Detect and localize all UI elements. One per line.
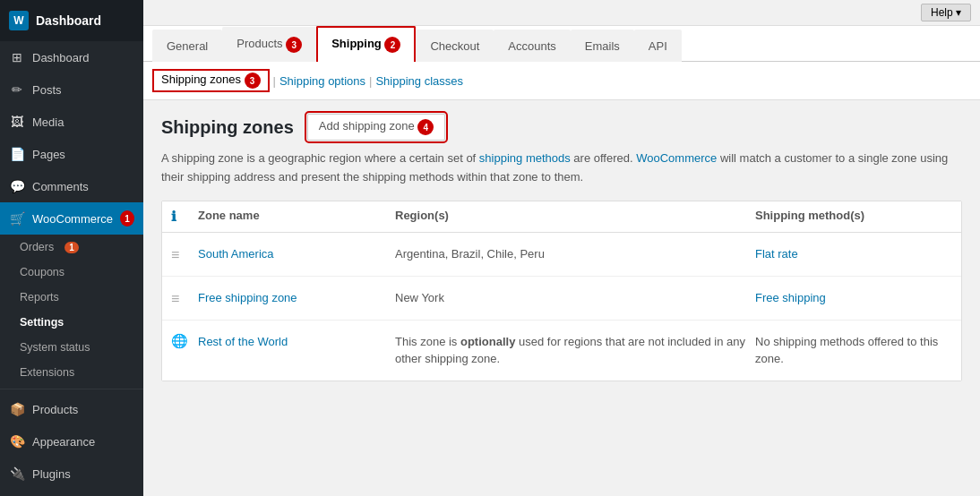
sidebar-item-label: Dashboard: [32, 51, 90, 64]
sidebar: W Dashboard ⊞ Dashboard ✏ Posts 🖼 Media …: [0, 0, 143, 496]
zone-methods-rest-of-world: No shipping methods offered to this zone…: [755, 333, 952, 368]
help-label: Help ▾: [931, 6, 961, 19]
page-description: A shipping zone is a geographic region w…: [161, 150, 950, 187]
sidebar-sub-orders[interactable]: Orders 1: [0, 235, 143, 260]
tab-products-badge: 3: [286, 37, 302, 53]
table-header-row: ℹ Zone name Region(s) Shipping method(s): [162, 201, 961, 233]
plugins-icon: 🔌: [9, 466, 25, 482]
step-badge-1: 1: [120, 210, 134, 227]
sidebar-sub-coupons[interactable]: Coupons: [0, 260, 143, 285]
zone-regions-south-america: Argentina, Brazil, Chile, Peru: [395, 245, 755, 261]
sidebar-logo[interactable]: W Dashboard: [0, 0, 143, 41]
add-btn-badge: 4: [417, 119, 434, 135]
sidebar-sub-extensions[interactable]: Extensions: [0, 360, 143, 385]
sidebar-sub-reports[interactable]: Reports: [0, 285, 143, 310]
tab-shipping[interactable]: Shipping 2: [316, 26, 416, 62]
tab-shipping-badge: 2: [384, 37, 400, 53]
page-heading-row: Shipping zones Add shipping zone 4: [161, 114, 962, 141]
sub-nav-shipping-classes[interactable]: Shipping classes: [375, 73, 463, 90]
zone-methods-free-shipping: Free shipping: [755, 289, 952, 304]
pages-icon: 📄: [9, 146, 25, 162]
tab-products[interactable]: Products 3: [222, 27, 316, 62]
settings-label: Settings: [20, 316, 64, 329]
system-status-label: System status: [20, 341, 90, 354]
zones-table: ℹ Zone name Region(s) Shipping method(s)…: [161, 201, 962, 381]
sub-nav-sep1: |: [273, 74, 276, 88]
zone-regions-rest-of-world: This zone is optionally used for regions…: [395, 333, 755, 368]
table-row-rest-of-world: 🌐 Rest of the World This zone is optiona…: [162, 321, 961, 381]
header-drag: ℹ: [171, 209, 198, 225]
woo-logo-icon: W: [9, 11, 29, 30]
sub-nav: Shipping zones 3 | Shipping options | Sh…: [143, 62, 980, 100]
sidebar-item-label: Media: [32, 115, 64, 129]
products-icon: 📦: [9, 401, 25, 417]
sub-nav-sep2: |: [369, 74, 372, 88]
sidebar-sub-settings[interactable]: Settings: [0, 310, 143, 335]
drag-icon: ≡: [171, 247, 179, 262]
sidebar-item-label: WooCommerce: [32, 212, 113, 226]
content-area: Shipping zones Add shipping zone 4 A shi…: [143, 100, 980, 395]
sidebar-item-appearance[interactable]: 🎨 Appearance: [0, 425, 143, 458]
tab-general[interactable]: General: [152, 30, 222, 62]
sidebar-logo-text: Dashboard: [36, 13, 101, 28]
sidebar-item-dashboard[interactable]: ⊞ Dashboard: [0, 41, 143, 73]
sidebar-item-label: Products: [32, 403, 78, 416]
sidebar-item-products[interactable]: 📦 Products: [0, 393, 143, 425]
extensions-label: Extensions: [20, 366, 74, 379]
sub-nav-badge: 3: [245, 73, 261, 89]
tabs-wrapper: General Products 3 Shipping 2 Checkout A…: [143, 26, 980, 62]
optionally-text: optionally: [460, 335, 515, 348]
header-methods: Shipping method(s): [755, 209, 952, 225]
info-icon: ℹ: [171, 209, 176, 224]
sidebar-item-users[interactable]: 👤 Users: [0, 490, 143, 496]
add-shipping-zone-button[interactable]: Add shipping zone 4: [307, 114, 446, 141]
sidebar-sub-system-status[interactable]: System status: [0, 335, 143, 360]
posts-icon: ✏: [9, 81, 25, 98]
sidebar-item-label: Posts: [32, 83, 62, 97]
tab-accounts[interactable]: Accounts: [494, 30, 570, 62]
tab-api[interactable]: API: [634, 30, 682, 62]
sidebar-item-media[interactable]: 🖼 Media: [0, 106, 143, 138]
orders-badge: 1: [64, 242, 79, 253]
zone-name-free-shipping[interactable]: Free shipping zone: [198, 289, 395, 304]
sidebar-item-posts[interactable]: ✏ Posts: [0, 73, 143, 106]
tab-checkout[interactable]: Checkout: [416, 30, 494, 62]
zone-name-rest-of-world[interactable]: Rest of the World: [198, 333, 395, 348]
header-regions: Region(s): [395, 209, 755, 225]
table-row-free-shipping: ≡ Free shipping zone New York Free shipp…: [162, 277, 961, 321]
sidebar-item-plugins[interactable]: 🔌 Plugins: [0, 458, 143, 490]
help-button[interactable]: Help ▾: [921, 4, 971, 21]
main-content: Help ▾ General Products 3 Shipping 2 Che…: [143, 0, 980, 496]
sidebar-item-comments[interactable]: 💬 Comments: [0, 170, 143, 202]
dashboard-icon: ⊞: [9, 49, 25, 65]
appearance-icon: 🎨: [9, 433, 25, 449]
table-row-south-america: ≡ South America Argentina, Brazil, Chile…: [162, 233, 961, 277]
shipping-methods-link[interactable]: shipping methods: [479, 151, 571, 165]
sidebar-item-label: Plugins: [32, 467, 71, 481]
sub-nav-shipping-options[interactable]: Shipping options: [279, 73, 365, 90]
zone-regions-free-shipping: New York: [395, 289, 755, 304]
sidebar-divider: [0, 389, 143, 389]
woocommerce-link[interactable]: WooCommerce: [636, 151, 717, 165]
coupons-label: Coupons: [20, 266, 64, 278]
header-zone-name: Zone name: [198, 209, 395, 225]
media-icon: 🖼: [9, 114, 25, 130]
sidebar-item-label: Appearance: [32, 435, 95, 449]
sidebar-item-woocommerce[interactable]: 🛒 WooCommerce 1: [0, 202, 143, 235]
woocommerce-icon: 🛒: [9, 210, 25, 227]
drag-handle-free-shipping[interactable]: ≡: [171, 289, 198, 307]
sidebar-item-label: Comments: [32, 180, 89, 193]
zone-methods-south-america: Flat rate: [755, 245, 952, 261]
drag-handle-south-america[interactable]: ≡: [171, 245, 198, 263]
globe-icon: 🌐: [171, 333, 198, 349]
sidebar-item-label: Pages: [32, 148, 65, 161]
tab-emails[interactable]: Emails: [571, 30, 634, 62]
comments-icon: 💬: [9, 178, 25, 194]
sub-nav-shipping-zones[interactable]: Shipping zones 3: [152, 69, 270, 92]
drag-icon: ≡: [171, 291, 179, 306]
help-bar: Help ▾: [143, 0, 980, 26]
page-title: Shipping zones: [161, 117, 294, 138]
sidebar-item-pages[interactable]: 📄 Pages: [0, 138, 143, 170]
zone-name-south-america[interactable]: South America: [198, 245, 395, 261]
orders-label: Orders: [20, 241, 54, 253]
